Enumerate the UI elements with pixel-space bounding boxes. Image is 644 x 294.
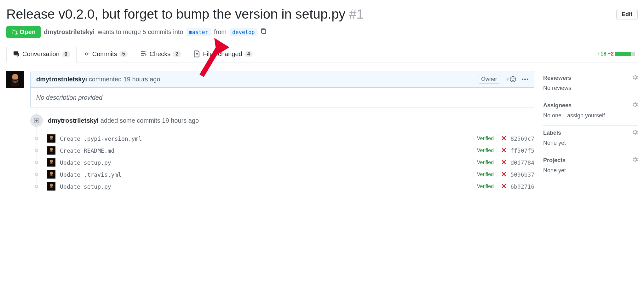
tab-checks[interactable]: Checks 2 xyxy=(134,46,187,62)
gear-icon[interactable] xyxy=(632,74,638,82)
git-pull-request-icon xyxy=(11,29,18,35)
gear-icon[interactable] xyxy=(632,129,638,137)
comment-discussion-icon xyxy=(13,51,20,58)
diff-blocks xyxy=(615,52,635,56)
svg-point-14 xyxy=(50,160,53,163)
status-fail-icon[interactable]: ✕ xyxy=(501,158,507,167)
tab-count: 2 xyxy=(173,51,181,57)
copy-icon[interactable] xyxy=(261,28,267,36)
status-fail-icon[interactable]: ✕ xyxy=(501,182,507,191)
sidebar-title: Reviewers xyxy=(543,75,571,81)
avatar[interactable] xyxy=(47,170,55,179)
checklist-icon xyxy=(140,50,147,57)
sidebar-labels: Labels None yet xyxy=(543,126,638,153)
verified-badge[interactable]: Verified xyxy=(474,147,497,154)
sidebar-reviewers: Reviewers No reviews xyxy=(543,71,638,98)
sidebar-title: Projects xyxy=(543,157,566,164)
owner-badge: Owner xyxy=(478,75,500,84)
avatar[interactable] xyxy=(47,146,55,155)
commit-message[interactable]: Update setup.py xyxy=(60,183,469,190)
verified-badge[interactable]: Verified xyxy=(474,135,497,142)
merge-from-text: from xyxy=(214,28,227,36)
comment-author[interactable]: dmytrostriletskyi xyxy=(36,76,87,83)
commit-dot-icon xyxy=(35,137,38,140)
tab-count: 0 xyxy=(62,51,70,57)
commit-message[interactable]: Create .pypi-version.yml xyxy=(60,135,469,142)
verified-badge[interactable]: Verified xyxy=(474,171,497,178)
commit-message[interactable]: Update .travis.yml xyxy=(60,171,469,178)
verified-badge[interactable]: Verified xyxy=(474,183,497,190)
commit-sha[interactable]: 82569c7 xyxy=(510,135,534,142)
diff-stat[interactable]: +18 −2 xyxy=(597,51,638,57)
sidebar-title: Labels xyxy=(543,130,561,136)
svg-point-10 xyxy=(50,136,53,139)
edit-button[interactable]: Edit xyxy=(616,9,638,20)
gear-icon[interactable] xyxy=(632,102,638,109)
svg-point-0 xyxy=(85,53,87,55)
add-reaction-button[interactable]: + xyxy=(506,76,516,83)
commit-dot-icon xyxy=(35,185,38,188)
base-branch[interactable]: master xyxy=(187,28,211,36)
svg-point-16 xyxy=(50,172,53,175)
tab-count: 5 xyxy=(120,51,128,57)
svg-point-4 xyxy=(12,74,18,80)
commit-message[interactable]: Create README.md xyxy=(60,147,469,154)
commit-row: Update setup.py Verified ✕ d0d7784 xyxy=(30,156,534,168)
event-author[interactable]: dmytrostriletskyi xyxy=(48,117,99,124)
repo-push-icon xyxy=(30,114,43,127)
comment-body: No description provided. xyxy=(31,88,534,108)
diff-additions: +18 xyxy=(597,51,607,57)
head-branch[interactable]: develop xyxy=(230,28,257,36)
sidebar-title: Assignees xyxy=(543,102,572,109)
status-fail-icon[interactable]: ✕ xyxy=(501,170,507,179)
commit-sha[interactable]: 6b02716 xyxy=(510,183,534,190)
tab-label: Commits xyxy=(92,50,117,58)
file-diff-icon xyxy=(193,50,200,57)
commit-dot-icon xyxy=(35,173,38,176)
sidebar-projects: Projects None yet xyxy=(543,153,638,180)
commit-row: Create .pypi-version.yml Verified ✕ 8256… xyxy=(30,132,534,144)
event-text: added some commits 19 hours ago xyxy=(101,117,199,124)
state-badge: Open xyxy=(6,26,41,38)
pr-number: #1 xyxy=(349,7,364,21)
gear-icon[interactable] xyxy=(632,157,638,164)
status-fail-icon[interactable]: ✕ xyxy=(501,134,507,143)
pr-meta: Open dmytrostriletskyi wants to merge 5 … xyxy=(6,26,638,38)
pr-title: Release v0.2.0, but forget to bump the v… xyxy=(6,6,364,22)
comment-menu-button[interactable] xyxy=(522,79,528,80)
commit-sha[interactable]: 5096b37 xyxy=(510,171,534,178)
verified-badge[interactable]: Verified xyxy=(474,159,497,166)
commit-message[interactable]: Update setup.py xyxy=(60,159,469,166)
pr-title-text: Release v0.2.0, but forget to bump the v… xyxy=(6,7,345,21)
status-fail-icon[interactable]: ✕ xyxy=(501,146,507,155)
comment-time: commented 19 hours ago xyxy=(89,76,160,83)
tab-count: 4 xyxy=(245,51,253,57)
avatar[interactable] xyxy=(6,71,24,88)
svg-point-12 xyxy=(50,148,53,151)
avatar[interactable] xyxy=(47,182,55,191)
avatar[interactable] xyxy=(47,134,55,143)
merge-text: wants to merge 5 commits into xyxy=(98,28,183,36)
commit-sha[interactable]: ff507f5 xyxy=(510,147,534,154)
tab-label: Conversation xyxy=(22,50,60,58)
tab-conversation[interactable]: Conversation 0 xyxy=(6,46,77,62)
commit-sha[interactable]: d0d7784 xyxy=(510,159,534,166)
tab-label: Checks xyxy=(150,50,171,58)
pr-author[interactable]: dmytrostriletskyi xyxy=(44,28,95,36)
assign-yourself-link[interactable]: assign yourself xyxy=(567,112,605,119)
svg-point-6 xyxy=(510,77,516,82)
commit-row: Update .travis.yml Verified ✕ 5096b37 xyxy=(30,168,534,180)
avatar[interactable] xyxy=(47,158,55,167)
sidebar-body-text: No one— xyxy=(543,112,567,119)
commit-row: Create README.md Verified ✕ ff507f5 xyxy=(30,144,534,156)
sidebar-body: No reviews xyxy=(543,85,638,91)
tab-files[interactable]: Files changed 4 xyxy=(187,46,259,62)
sidebar-assignees: Assignees No one—assign yourself xyxy=(543,98,638,126)
pr-tabs: Conversation 0 Commits 5 Checks 2 Files … xyxy=(6,46,259,62)
svg-point-7 xyxy=(512,78,513,79)
sidebar-body: None yet xyxy=(543,167,638,174)
sidebar-body: None yet xyxy=(543,140,638,146)
git-commit-icon xyxy=(83,50,90,57)
tab-label: Files changed xyxy=(203,50,242,58)
tab-commits[interactable]: Commits 5 xyxy=(77,46,134,62)
